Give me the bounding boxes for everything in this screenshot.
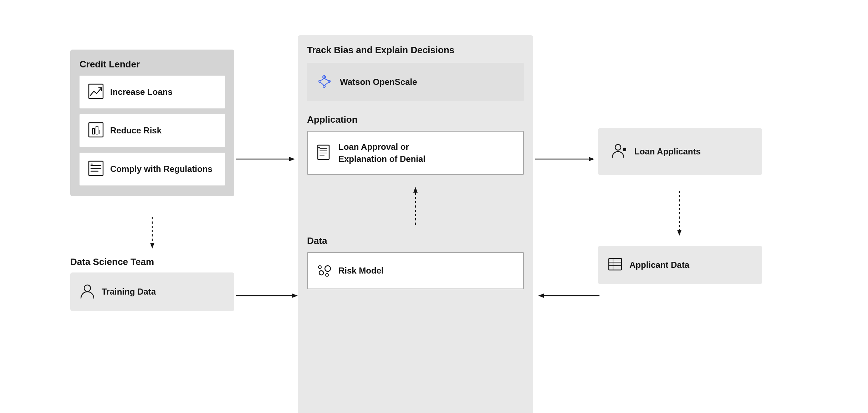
increase-loans-label: Increase Loans xyxy=(110,87,173,97)
svg-point-23 xyxy=(329,81,330,82)
increase-loans-item: Increase Loans xyxy=(80,76,225,108)
svg-marker-32 xyxy=(413,187,418,193)
trend-up-icon xyxy=(88,83,104,101)
loan-approval-label: Loan Approval orExplanation of Denial xyxy=(338,141,425,165)
loan-applicants-container: Loan Applicants xyxy=(598,128,762,175)
applicant-data-box: Applicant Data xyxy=(598,246,762,284)
loan-applicants-label: Loan Applicants xyxy=(634,147,701,157)
svg-point-33 xyxy=(319,271,323,275)
svg-point-34 xyxy=(325,266,331,271)
arrow-applicants-to-data xyxy=(675,191,684,237)
svg-rect-3 xyxy=(96,126,98,134)
reduce-risk-label: Reduce Risk xyxy=(110,126,162,136)
risk-model-label: Risk Model xyxy=(338,266,384,276)
applicant-data-label: Applicant Data xyxy=(629,260,689,270)
applicant-data-section: Applicant Data xyxy=(598,242,762,284)
data-section-label: Data xyxy=(307,235,524,246)
training-data-box: Training Data xyxy=(70,272,234,311)
svg-point-22 xyxy=(323,76,325,78)
svg-marker-47 xyxy=(538,294,544,298)
svg-line-17 xyxy=(324,78,328,81)
training-data-label: Training Data xyxy=(102,287,156,297)
arrow-applicant-to-risk xyxy=(537,291,599,300)
document-list-icon xyxy=(316,144,332,162)
svg-line-18 xyxy=(321,78,324,81)
loan-approval-box: Loan Approval orExplanation of Denial xyxy=(307,131,524,175)
chart-bubble-icon xyxy=(316,262,332,279)
watson-icon xyxy=(315,72,333,92)
application-label: Application xyxy=(307,114,524,125)
credit-lender-title: Credit Lender xyxy=(80,59,225,70)
svg-point-35 xyxy=(318,266,321,269)
list-checked-icon xyxy=(88,160,104,178)
svg-point-40 xyxy=(623,148,626,151)
risk-model-box: Risk Model xyxy=(307,252,524,289)
data-science-team-section: Data Science Team Training Data xyxy=(70,256,234,311)
person-dot-icon xyxy=(611,142,628,161)
svg-rect-2 xyxy=(92,128,95,134)
credit-lender-container: Credit Lender Increase Loans Red xyxy=(70,50,234,196)
arrow-training-to-risk xyxy=(236,291,299,300)
gauge-icon xyxy=(88,122,104,139)
svg-marker-38 xyxy=(589,157,594,161)
track-bias-container: Track Bias and Explain Decisions xyxy=(298,35,533,413)
svg-marker-42 xyxy=(677,230,681,236)
arrow-risk-to-loan xyxy=(307,185,524,225)
svg-point-39 xyxy=(615,144,621,150)
data-science-team-title: Data Science Team xyxy=(70,256,234,267)
arrow-lender-to-dst xyxy=(148,217,157,249)
comply-regulations-item: Comply with Regulations xyxy=(80,153,225,185)
arrow-lender-to-application xyxy=(236,155,296,163)
svg-marker-11 xyxy=(289,157,295,161)
arrow-application-to-applicants xyxy=(535,155,596,163)
data-table-icon xyxy=(607,256,623,274)
svg-marker-13 xyxy=(150,243,154,249)
svg-point-21 xyxy=(323,85,325,87)
comply-regulations-label: Comply with Regulations xyxy=(110,164,213,174)
reduce-risk-item: Reduce Risk xyxy=(80,114,225,147)
watson-openscale-label: Watson OpenScale xyxy=(340,77,417,87)
svg-rect-48 xyxy=(609,259,622,270)
svg-marker-45 xyxy=(292,294,298,298)
track-bias-label: Track Bias and Explain Decisions xyxy=(307,45,524,56)
svg-point-36 xyxy=(326,274,328,276)
person-data-icon xyxy=(80,283,95,300)
watson-openscale-box: Watson OpenScale xyxy=(307,63,524,101)
svg-rect-4 xyxy=(99,130,100,134)
svg-point-43 xyxy=(84,285,91,291)
svg-rect-0 xyxy=(89,84,103,98)
